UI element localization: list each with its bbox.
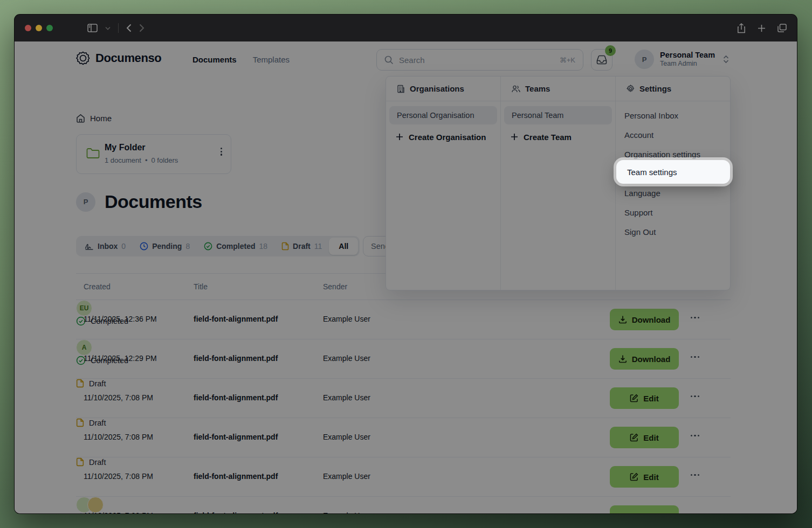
team-settings-spotlight[interactable]: Team settings xyxy=(616,160,730,184)
close-window-button[interactable] xyxy=(25,25,31,31)
share-icon[interactable] xyxy=(737,23,746,33)
documenso-page: Documenso Documents Templates Search ⌘+K… xyxy=(15,41,797,514)
back-icon[interactable] xyxy=(126,24,132,32)
minimize-window-button[interactable] xyxy=(36,25,42,31)
row-options-icon[interactable] xyxy=(691,513,699,514)
sidebar-toggle-icon[interactable] xyxy=(87,24,98,32)
titlebar xyxy=(15,15,797,41)
status-label: Pending xyxy=(91,513,119,514)
dim-overlay xyxy=(15,41,797,514)
chevron-down-icon[interactable] xyxy=(105,26,111,30)
browser-window: Documenso Documents Templates Search ⌘+K… xyxy=(14,14,797,514)
maximize-window-button[interactable] xyxy=(46,25,53,31)
new-tab-icon[interactable] xyxy=(758,24,766,32)
tab-overview-icon[interactable] xyxy=(777,24,787,32)
forward-icon[interactable] xyxy=(139,24,144,32)
toolbar-divider xyxy=(118,23,119,33)
